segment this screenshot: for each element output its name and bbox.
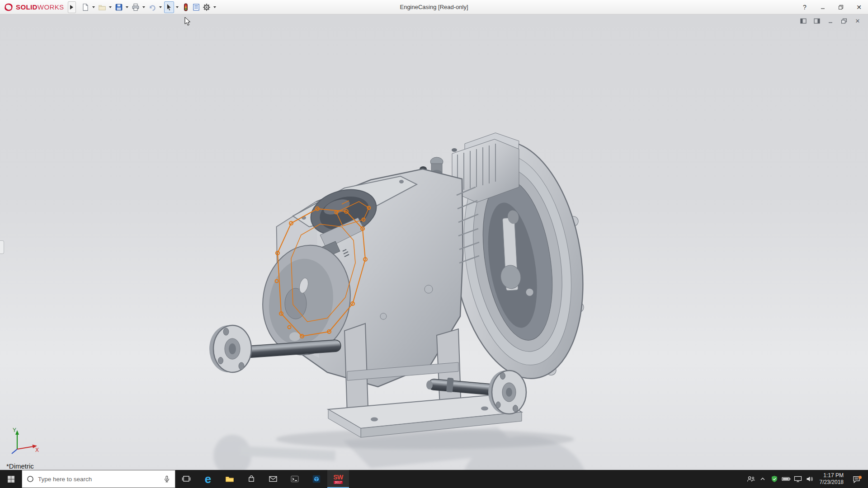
clock-date: 7/23/2018	[820, 479, 844, 486]
open-button[interactable]	[97, 1, 107, 13]
triad-y-label: Y	[13, 427, 16, 433]
options-button[interactable]	[202, 1, 212, 13]
store-bag-icon	[248, 475, 255, 483]
arrow-right-icon	[70, 5, 73, 9]
orientation-triad: Y X	[9, 427, 41, 456]
shield-icon	[771, 475, 778, 483]
open-folder-icon	[98, 3, 106, 11]
solidworks-logo: SOLIDWORKS	[0, 3, 68, 12]
action-center-button[interactable]	[848, 475, 865, 483]
select-cursor-icon	[165, 3, 173, 11]
doc-restore-icon	[841, 18, 847, 24]
file-properties-icon	[192, 3, 200, 11]
document-title: EngineCasing [Read-only]	[400, 0, 468, 14]
engine-casing-3d-model[interactable]	[0, 14, 868, 470]
new-document-button[interactable]	[80, 1, 90, 13]
save-button[interactable]	[114, 1, 124, 13]
doc-minimize-icon	[827, 18, 834, 24]
battery-icon	[782, 477, 791, 481]
pane-right-button[interactable]	[813, 17, 821, 24]
chevron-up-icon	[760, 477, 765, 481]
blue-cube-app-icon	[312, 475, 321, 483]
save-icon	[115, 3, 123, 11]
new-document-icon	[81, 3, 90, 11]
rebuild-traffic-light-icon	[182, 3, 190, 11]
ds-logo-icon	[4, 3, 14, 12]
print-button[interactable]	[131, 1, 141, 13]
help-button[interactable]: ?	[796, 0, 814, 14]
app-command-prompt[interactable]	[284, 470, 306, 488]
graphics-area[interactable]: ✕ Y X *Dimetric	[0, 14, 868, 470]
minimize-icon	[820, 5, 826, 10]
undo-dropdown-arrow[interactable]	[159, 6, 162, 8]
taskbar-search[interactable]	[22, 470, 175, 488]
restore-button[interactable]	[832, 0, 850, 14]
speaker-icon	[806, 476, 813, 482]
close-button[interactable]: ✕	[850, 0, 868, 14]
solidworks-taskbar-icon: SW 2017	[333, 474, 343, 484]
new-dropdown-arrow[interactable]	[92, 6, 95, 8]
toolbar-expand-button[interactable]	[68, 1, 76, 13]
task-view-icon	[182, 475, 191, 483]
mouse-cursor	[184, 17, 191, 26]
app-mail[interactable]	[262, 470, 284, 488]
app-solidworks[interactable]: SW 2017	[327, 470, 349, 488]
restore-icon	[838, 5, 844, 10]
select-tool-button[interactable]	[164, 1, 174, 13]
minimize-button[interactable]	[814, 0, 832, 14]
rebuild-button[interactable]	[181, 1, 191, 13]
volume-tray-button[interactable]	[804, 470, 816, 488]
microphone-icon[interactable]	[163, 475, 170, 483]
print-icon	[132, 3, 140, 11]
taskbar-clock[interactable]: 1:17 PM 7/23/2018	[816, 472, 848, 486]
doc-minimize-button[interactable]	[826, 17, 835, 24]
undo-button[interactable]	[147, 1, 157, 13]
command-prompt-icon	[291, 475, 299, 483]
app-file-explorer[interactable]	[219, 470, 241, 488]
pane-left-button[interactable]	[799, 17, 807, 24]
network-tray-button[interactable]	[792, 470, 804, 488]
view-orientation-label: *Dimetric	[6, 462, 34, 470]
app-cube[interactable]	[306, 470, 327, 488]
windows-logo-icon	[7, 475, 15, 483]
taskbar: e SW 2017	[0, 470, 868, 488]
notification-badge-dot	[859, 476, 862, 479]
search-input[interactable]	[38, 476, 159, 483]
search-icon	[27, 475, 34, 483]
undo-icon	[148, 3, 156, 11]
select-dropdown-arrow[interactable]	[176, 6, 179, 8]
titlebar[interactable]: SOLIDWORKS	[0, 0, 868, 14]
open-dropdown-arrow[interactable]	[109, 6, 112, 8]
defender-tray-button[interactable]	[769, 470, 780, 488]
doc-close-button[interactable]: ✕	[854, 17, 862, 24]
print-dropdown-arrow[interactable]	[142, 6, 145, 8]
pane-left-icon	[800, 18, 807, 24]
battery-tray-button[interactable]	[780, 470, 792, 488]
pane-right-icon	[814, 18, 820, 24]
mail-envelope-icon	[269, 476, 277, 482]
gear-icon	[203, 3, 211, 11]
triad-x-label: X	[35, 447, 39, 453]
edge-icon: e	[205, 473, 211, 485]
document-window-controls: ✕	[799, 17, 862, 24]
featuremanager-collapse-handle[interactable]	[0, 240, 4, 254]
start-button[interactable]	[0, 470, 22, 488]
app-edge[interactable]: e	[197, 470, 219, 488]
solidworks-window: SOLIDWORKS	[0, 0, 868, 488]
system-tray: 1:17 PM 7/23/2018	[745, 470, 868, 488]
clock-time: 1:17 PM	[823, 472, 844, 479]
app-store[interactable]	[241, 470, 262, 488]
hidden-icons-button[interactable]	[757, 470, 769, 488]
file-explorer-icon	[225, 475, 234, 483]
window-controls: ? ✕	[796, 0, 868, 14]
main-toolbar	[80, 1, 218, 13]
people-button[interactable]	[745, 470, 757, 488]
options-dropdown-arrow[interactable]	[213, 6, 216, 8]
network-icon	[794, 476, 802, 482]
brand-name: SOLIDWORKS	[16, 3, 64, 11]
people-icon	[746, 476, 755, 482]
doc-restore-button[interactable]	[840, 17, 848, 24]
save-dropdown-arrow[interactable]	[126, 6, 128, 8]
file-properties-button[interactable]	[191, 1, 201, 13]
task-view-button[interactable]	[175, 470, 197, 488]
